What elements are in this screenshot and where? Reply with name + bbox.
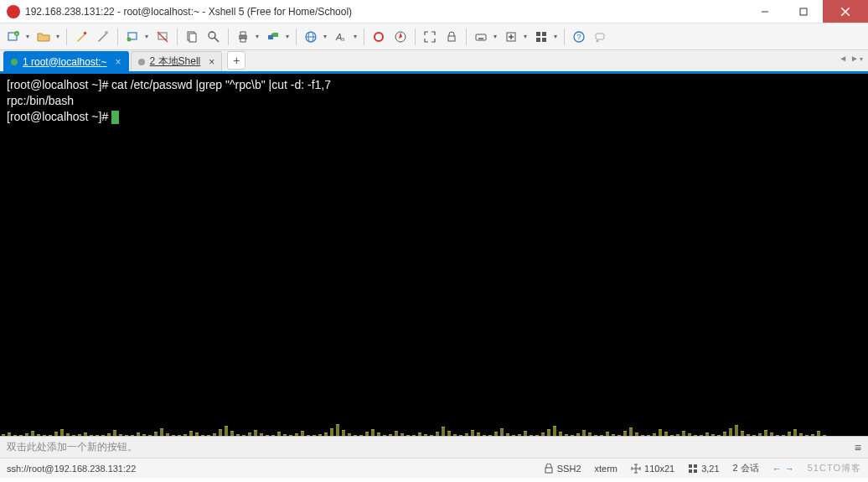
svg-rect-39 <box>536 32 540 36</box>
separator <box>66 29 67 45</box>
keyboard-button[interactable] <box>471 27 499 47</box>
svg-rect-45 <box>596 34 604 39</box>
svg-rect-42 <box>542 38 546 42</box>
status-dot-icon <box>138 59 145 65</box>
separator <box>466 29 467 45</box>
app-icon <box>7 5 20 18</box>
svg-rect-30 <box>476 34 486 40</box>
svg-rect-46 <box>545 468 552 473</box>
terminal-line: rpc:/bin/bash <box>7 94 74 107</box>
quick-buttons-hint: 双击此处添加一个新的按钮。 <box>7 440 137 454</box>
svg-point-8 <box>105 31 108 34</box>
status-term: xterm <box>595 464 618 474</box>
status-connection: ssh://root@192.168.238.131:22 <box>7 464 530 474</box>
grid-icon <box>688 464 698 474</box>
new-session-button[interactable]: + <box>3 27 32 47</box>
session-tab-1[interactable]: 1 root@localhost:~ × <box>3 51 129 71</box>
quick-buttons-panel[interactable]: 双击此处添加一个新的按钮。 ≡ <box>0 436 868 458</box>
panel-menu-button[interactable]: ≡ <box>855 441 861 454</box>
svg-text:+: + <box>16 31 18 36</box>
tab-next-button[interactable]: ► <box>850 54 863 63</box>
new-tab-button[interactable]: + <box>227 51 245 70</box>
status-cursor: 3,21 <box>688 464 719 474</box>
titlebar: 192.168.238.131:22 - root@localhost:~ - … <box>0 0 868 23</box>
open-button[interactable] <box>34 27 62 47</box>
svg-rect-41 <box>536 38 540 42</box>
svg-line-12 <box>158 32 168 42</box>
separator <box>177 29 178 45</box>
find-button[interactable] <box>204 27 224 47</box>
tab-strip: 1 root@localhost:~ × 2 本地Shell × + ◄ ► <box>0 50 868 74</box>
toolbar: + Aa <box>0 23 868 50</box>
svg-point-10 <box>127 37 132 41</box>
tab-close-button[interactable]: × <box>209 56 214 68</box>
separator <box>117 29 118 45</box>
svg-line-16 <box>214 38 219 42</box>
disconnect-button[interactable] <box>152 27 173 47</box>
globe-button[interactable] <box>301 27 329 47</box>
status-nav: ← → <box>772 464 794 474</box>
tab-close-button[interactable]: × <box>116 56 121 68</box>
svg-rect-18 <box>240 32 245 35</box>
transfer-button[interactable] <box>263 27 292 47</box>
minimize-button[interactable] <box>746 0 784 23</box>
status-sessions: 2 会话 <box>733 462 759 474</box>
svg-point-15 <box>209 32 215 39</box>
svg-rect-14 <box>189 34 196 42</box>
layout-button[interactable] <box>531 27 560 47</box>
cursor-icon <box>111 111 119 124</box>
close-button[interactable] <box>823 0 868 23</box>
script-button[interactable] <box>93 27 113 47</box>
help-button[interactable]: ? <box>569 27 589 47</box>
separator <box>296 29 297 45</box>
svg-rect-49 <box>689 469 692 473</box>
maximize-button[interactable] <box>784 0 823 23</box>
svg-rect-29 <box>448 36 455 41</box>
separator <box>228 29 229 45</box>
svg-rect-21 <box>273 33 278 37</box>
status-protocol: SSH2 <box>544 464 581 474</box>
terminal-pane[interactable]: [root@localhost ~]# cat /etc/passwd |gre… <box>0 74 868 436</box>
status-bar: ssh://root@192.168.238.131:22 SSH2 xterm… <box>0 458 868 478</box>
tab-prev-button[interactable]: ◄ <box>839 54 847 63</box>
resize-icon <box>631 464 641 474</box>
lock-icon <box>544 464 554 474</box>
copy-button[interactable] <box>182 27 202 47</box>
status-size: 110x21 <box>631 464 674 474</box>
print-button[interactable] <box>233 27 261 47</box>
lock-button[interactable] <box>442 27 462 47</box>
svg-point-27 <box>375 33 383 41</box>
add-button[interactable] <box>501 27 530 47</box>
svg-rect-47 <box>689 464 692 468</box>
window-controls <box>746 0 868 23</box>
svg-rect-40 <box>542 32 546 36</box>
svg-rect-1 <box>800 8 807 15</box>
svg-rect-19 <box>240 39 245 42</box>
font-button[interactable]: Aa <box>331 27 359 47</box>
options-button[interactable] <box>591 27 611 47</box>
tab-label: 2 本地Shell <box>150 54 201 69</box>
properties-button[interactable] <box>71 27 91 47</box>
highlight-button[interactable] <box>369 27 389 47</box>
status-connection-text: ssh://root@192.168.238.131:22 <box>7 464 136 474</box>
next-session-button[interactable]: → <box>785 464 794 474</box>
window-title: 192.168.238.131:22 - root@localhost:~ - … <box>25 6 746 18</box>
watermark-text: 51CTO博客 <box>808 462 861 474</box>
terminal-line: [root@localhost ~]# <box>7 110 111 123</box>
svg-text:a: a <box>341 35 345 43</box>
prev-session-button[interactable]: ← <box>772 464 782 474</box>
session-tab-2[interactable]: 2 本地Shell × <box>131 51 223 71</box>
tab-label: 1 root@localhost:~ <box>23 56 107 68</box>
fullscreen-button[interactable] <box>420 27 440 47</box>
compass-button[interactable] <box>390 27 411 47</box>
svg-rect-48 <box>694 464 697 468</box>
svg-rect-20 <box>268 35 273 39</box>
svg-text:?: ? <box>576 33 581 41</box>
reconnect-button[interactable] <box>122 27 151 47</box>
status-dot-icon <box>11 59 18 65</box>
terminal-line: [root@localhost ~]# cat /etc/passwd |gre… <box>7 78 331 91</box>
separator <box>564 29 565 45</box>
separator <box>364 29 364 45</box>
svg-rect-50 <box>694 469 697 473</box>
audio-visualizer <box>0 402 868 436</box>
